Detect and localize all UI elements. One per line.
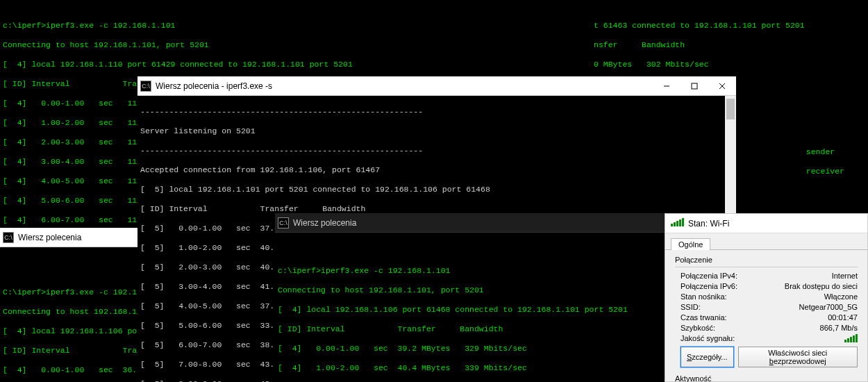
- details-button[interactable]: Szczegóły...: [681, 347, 734, 367]
- row-ipv6: Połączenia IPv6:Brak dostępu do sieci: [681, 282, 858, 290]
- row-ssid: SSID:Netgear7000_5G: [681, 303, 858, 311]
- table-row: [ 4] 5.00-6.00 sec 11: [3, 196, 136, 206]
- text: Accepted connection from 192.168.1.106, …: [140, 165, 722, 175]
- text: receiver: [806, 167, 844, 176]
- wifi-tabs: Ogólne: [665, 233, 867, 250]
- wifi-signal-icon: [671, 218, 684, 229]
- cmd-icon: C:\: [278, 217, 289, 229]
- row-ipv4: Połączenia IPv4:Internet: [681, 272, 858, 280]
- window-titlebar[interactable]: C:\ Wiersz polecenia: [275, 213, 665, 233]
- window-titlebar[interactable]: C:\ Wiersz polecenia - iperf3.exe -s: [137, 76, 736, 96]
- table-row: [ 4] 0.00-1.00 sec 113 MBytes 948 Mbits/…: [3, 99, 136, 108]
- table-row: [ 4] 0.00-1.00 sec 39.2 MBytes 329 Mbits…: [278, 344, 662, 354]
- row-duration: Czas trwania:00:01:47: [681, 313, 858, 322]
- window-title: Wiersz polecenia: [293, 218, 356, 228]
- text: [ 4] local 192.168.1.110 port 61429 conn…: [3, 60, 136, 69]
- terminal-content[interactable]: c:\iperf>iperf3.exe -c 192.168.1.101 Con…: [275, 233, 665, 382]
- scrollbar-thumb[interactable]: [726, 99, 735, 119]
- maximize-button[interactable]: [681, 76, 708, 96]
- cmd-line: c:\iperf>iperf3.exe -c 192.168.1.101: [3, 21, 136, 31]
- text: [ 4] local 192.168.1.106 port 61468 conn…: [278, 305, 662, 315]
- signal-bars-icon: [844, 334, 858, 342]
- text: Connecting to host 192.168.1.101, port 5…: [278, 285, 662, 295]
- wifi-dialog-titlebar[interactable]: Stan: Wi-Fi: [665, 214, 867, 233]
- table-row: [ 4] 1.00-2.00 sec 113 MBytes 948 Mbits/…: [3, 118, 136, 128]
- text: [ 5] local 192.168.1.101 port 5201 conne…: [140, 185, 722, 194]
- divider: ----------------------------------------…: [140, 146, 722, 156]
- cmd-icon: C:\: [3, 232, 14, 243]
- table-header: [ ID] Interval Transfer Bandwidth: [278, 324, 662, 334]
- cmd-icon: C:\: [140, 81, 151, 92]
- tab-general[interactable]: Ogólne: [671, 238, 710, 250]
- window-title: Wiersz polecenia - iperf3.exe -s: [156, 81, 272, 91]
- table-header: [ ID] Interval Transfer Bandwidth: [140, 204, 722, 214]
- minimize-button[interactable]: [653, 76, 681, 96]
- wifi-status-dialog: Stan: Wi-Fi Ogólne Połączenie Połączenia…: [665, 213, 868, 382]
- close-button[interactable]: [708, 76, 736, 96]
- divider: ----------------------------------------…: [140, 107, 722, 117]
- row-media: Stan nośnika:Włączone: [681, 292, 858, 301]
- text: Connecting to host 192.168.1.101, port 5…: [3, 40, 136, 50]
- terminal-client-window: C:\ Wiersz polecenia c:\iperf>iperf3.exe…: [275, 213, 665, 382]
- text: Server listening on 5201: [140, 126, 722, 136]
- wireless-properties-button[interactable]: Właściwości sieci bezprzewodowej: [738, 347, 858, 367]
- divider: [675, 267, 858, 267]
- table-row: [ 4] 3.00-4.00 sec 113 MBytes 947 Mbits/…: [3, 157, 136, 167]
- table-row: [ 4] 6.00-7.00 sec 11: [3, 215, 136, 225]
- row-signal: Jakość sygnału:: [681, 334, 858, 342]
- table-row: [ 4] 4.00-5.00 sec 11: [3, 176, 136, 186]
- table-row: 0 MBytes 302 Mbits/sec: [594, 60, 865, 69]
- window-titlebar[interactable]: C:\ Wiersz polecenia: [0, 228, 137, 247]
- wifi-title: Wi-Fi: [710, 219, 729, 229]
- window-title: Wiersz polecenia: [18, 233, 81, 242]
- wifi-title-prefix: Stan:: [688, 219, 708, 229]
- section-connection: Połączenie: [675, 256, 858, 264]
- svg-rect-1: [692, 83, 697, 89]
- text: sender: [806, 147, 844, 157]
- table-row: [ 4] 2.00-3.00 sec 113 MBytes 948 Mbits/…: [3, 138, 136, 147]
- table-header: nsfer Bandwidth: [594, 40, 865, 50]
- section-activity: Aktywność: [675, 374, 858, 382]
- table-header: [ ID] Interval Transfer Bandwidth: [3, 79, 136, 89]
- cmd-line: c:\iperf>iperf3.exe -c 192.168.1.101: [278, 266, 662, 276]
- wifi-body: Połączenie Połączenia IPv4:Internet Połą…: [665, 250, 867, 382]
- row-speed: Szybkość:866,7 Mb/s: [681, 324, 858, 332]
- table-row: [ 4] 1.00-2.00 sec 40.4 MBytes 339 Mbits…: [278, 363, 662, 373]
- terminal-bottom-left-titlebar: C:\ Wiersz polecenia: [0, 228, 137, 247]
- text: t 61463 connected to 192.168.1.101 port …: [594, 21, 865, 31]
